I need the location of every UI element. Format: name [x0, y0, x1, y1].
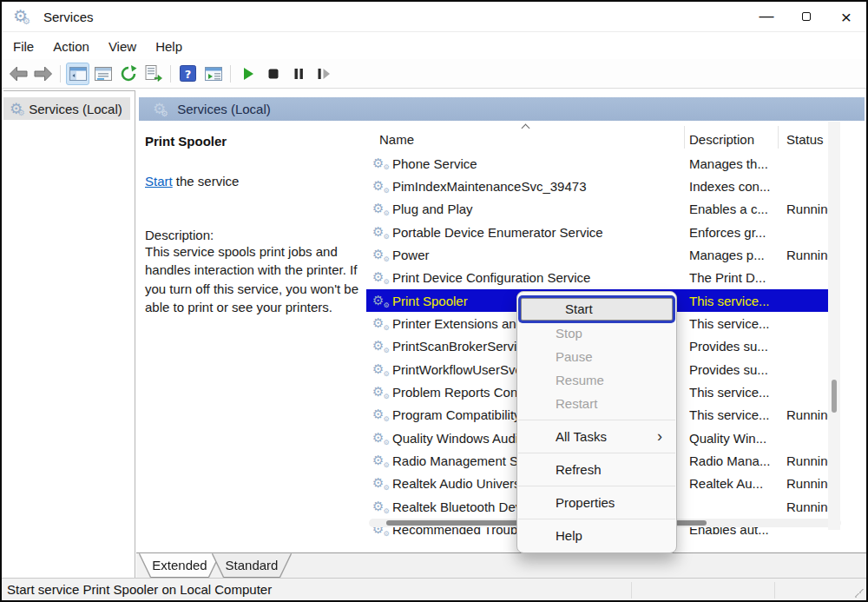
context-menu-item[interactable]: Help — [517, 524, 676, 547]
help-icon[interactable]: ? — [176, 63, 200, 85]
tree-item-label: Services (Local) — [29, 102, 122, 116]
menu-item-label: Resume — [556, 373, 604, 387]
stop-service-icon[interactable] — [261, 63, 285, 85]
cell-name: Print Device Configuration Service — [392, 270, 590, 285]
menu-item-label: Refresh — [556, 462, 602, 477]
statusbar-pane-divider — [631, 582, 632, 599]
pause-service-icon[interactable] — [286, 63, 310, 85]
cell-description: Indexes con... — [689, 179, 770, 194]
start-service-icon[interactable] — [236, 63, 260, 85]
menu-action[interactable]: Action — [43, 36, 99, 56]
pane-header: Services (Local) — [139, 97, 865, 121]
cell-description: Quality Win... — [689, 431, 766, 446]
view-tabs: Extended Standard — [136, 552, 866, 578]
minimize-icon: — — [760, 8, 774, 25]
resize-grip-icon[interactable] — [855, 589, 864, 598]
table-row[interactable]: Plug and Play Enables a c... Running — [366, 198, 829, 221]
statusbar: Start service Print Spooler on Local Com… — [2, 578, 866, 600]
tab-standard[interactable]: Standard — [213, 553, 291, 577]
restart-service-icon[interactable] — [312, 63, 335, 85]
service-name-heading: Print Spooler — [145, 134, 366, 149]
menu-help[interactable]: Help — [146, 36, 192, 56]
forward-arrow-icon[interactable] — [31, 63, 55, 85]
cell-description: Manages p... — [689, 248, 765, 262]
service-gear-icon — [372, 180, 390, 193]
service-gear-icon — [372, 317, 390, 330]
column-divider[interactable] — [778, 126, 779, 149]
context-menu-item[interactable]: Restart — [517, 392, 676, 415]
minimize-button[interactable]: — — [746, 2, 786, 31]
cell-name: Plug and Play — [392, 202, 473, 216]
menu-item-label: All Tasks — [556, 429, 607, 444]
toolbar-separator — [60, 65, 61, 83]
tab-extended[interactable]: Extended — [140, 553, 220, 577]
cell-description: Provides su... — [689, 362, 768, 377]
vertical-scrollbar-thumb[interactable] — [832, 380, 837, 413]
context-menu-item[interactable]: Pause — [517, 345, 676, 368]
cell-description: Realtek Au... — [689, 476, 763, 491]
show-action-pane-icon[interactable] — [201, 63, 225, 85]
service-gear-icon — [372, 408, 390, 421]
context-menu-item[interactable]: All Tasks › — [517, 425, 676, 448]
toolbar-separator — [170, 65, 171, 83]
service-gear-icon — [372, 294, 390, 308]
column-divider[interactable] — [684, 126, 685, 149]
menu-view[interactable]: View — [99, 36, 146, 56]
pane-header-title: Services (Local) — [177, 102, 271, 116]
context-menu-item[interactable]: Start — [521, 298, 673, 321]
context-menu-item[interactable]: Resume — [517, 368, 676, 392]
service-gear-icon — [372, 386, 390, 399]
cell-description: Provides su... — [689, 339, 768, 354]
services-app-icon — [13, 8, 36, 25]
menu-file[interactable]: File — [3, 36, 43, 56]
maximize-icon — [802, 12, 811, 21]
main-pane: Services (Local) Print Spooler Start the… — [136, 89, 866, 578]
cell-description: This service... — [689, 407, 770, 422]
sort-ascending-icon — [522, 124, 530, 133]
service-gear-icon — [372, 454, 390, 467]
description-label: Description: — [145, 228, 366, 242]
back-arrow-icon[interactable] — [6, 63, 30, 85]
menu-item-label: Pause — [556, 349, 593, 364]
properties-window-icon[interactable] — [91, 63, 115, 85]
table-row[interactable]: Phone Service Manages th... — [366, 152, 829, 175]
column-header-status[interactable]: Status — [786, 132, 824, 147]
start-service-link[interactable]: Start — [145, 174, 173, 189]
tree-item-services-local[interactable]: Services (Local) — [3, 97, 130, 120]
services-window: Services — × File Action View Help — [0, 0, 868, 602]
vertical-scrollbar[interactable] — [828, 122, 840, 530]
maximize-button[interactable] — [786, 2, 826, 31]
table-row[interactable]: PimIndexMaintenanceSvc_39473 Indexes con… — [366, 175, 829, 197]
context-menu-item[interactable]: Stop — [517, 321, 676, 345]
console-tree-panel: Services (Local) — [3, 90, 135, 578]
menu-separator — [518, 453, 675, 453]
refresh-icon[interactable] — [116, 63, 140, 85]
export-list-icon[interactable] — [141, 63, 165, 85]
cell-name: PrintScanBrokerService — [392, 339, 530, 354]
service-gear-icon — [372, 226, 390, 239]
window-controls: — × — [746, 2, 866, 31]
cell-name: Print Spooler — [392, 294, 468, 308]
show-console-tree-icon[interactable] — [66, 63, 89, 85]
close-icon: × — [841, 8, 852, 26]
service-gear-icon — [372, 477, 390, 490]
cell-name: Phone Service — [392, 156, 477, 171]
context-menu-item[interactable]: Refresh — [517, 458, 676, 481]
menu-separator — [518, 420, 675, 420]
table-row[interactable]: Power Manages p... Running — [366, 243, 829, 266]
table-row[interactable]: Print Device Configuration Service The P… — [366, 267, 829, 289]
service-gear-icon — [372, 271, 390, 284]
cell-description: This service... — [689, 385, 770, 400]
cell-description: This service... — [689, 294, 770, 308]
table-row[interactable]: Portable Device Enumerator Service Enfor… — [366, 221, 829, 243]
cell-description: The Print D... — [689, 270, 766, 285]
start-service-line: Start the service — [145, 174, 366, 189]
service-gear-icon — [372, 340, 390, 353]
context-menu-item[interactable]: Properties — [517, 491, 676, 514]
column-header-name[interactable]: Name — [379, 132, 414, 147]
close-button[interactable]: × — [826, 2, 866, 31]
column-header-description[interactable]: Description — [689, 132, 754, 147]
menu-item-label: Stop — [556, 326, 582, 341]
toolbar-separator — [230, 65, 231, 83]
service-gear-icon — [372, 202, 390, 215]
